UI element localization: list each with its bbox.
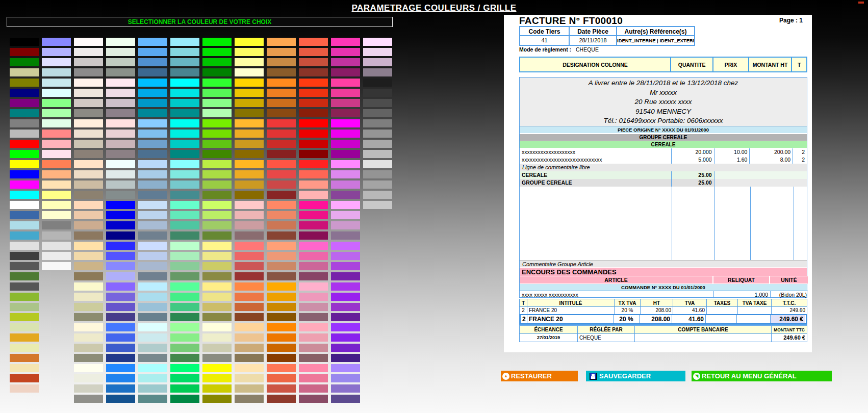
- color-swatch[interactable]: [138, 384, 167, 393]
- color-swatch[interactable]: [331, 130, 360, 138]
- color-swatch[interactable]: [299, 191, 328, 199]
- color-swatch[interactable]: [74, 160, 103, 168]
- color-swatch[interactable]: [202, 313, 232, 321]
- color-swatch[interactable]: [331, 303, 360, 311]
- color-swatch[interactable]: [138, 272, 167, 280]
- color-swatch[interactable]: [235, 58, 264, 66]
- color-swatch[interactable]: [235, 282, 264, 291]
- color-swatch[interactable]: [42, 170, 71, 178]
- color-swatch[interactable]: [138, 221, 167, 229]
- restore-button[interactable]: ▲ RESTAURER: [501, 371, 578, 381]
- color-swatch[interactable]: [170, 242, 199, 250]
- color-swatch[interactable]: [202, 180, 232, 189]
- color-swatch[interactable]: [267, 170, 296, 178]
- color-swatch[interactable]: [299, 282, 328, 291]
- color-swatch[interactable]: [299, 293, 328, 301]
- color-swatch[interactable]: [106, 313, 135, 321]
- color-swatch[interactable]: [10, 364, 39, 372]
- color-swatch[interactable]: [74, 89, 103, 97]
- color-swatch[interactable]: [10, 221, 39, 229]
- color-swatch[interactable]: [42, 48, 71, 56]
- color-swatch[interactable]: [235, 221, 264, 229]
- color-swatch[interactable]: [74, 58, 103, 66]
- color-swatch[interactable]: [235, 323, 264, 331]
- color-swatch[interactable]: [299, 140, 328, 148]
- color-swatch[interactable]: [106, 323, 135, 331]
- color-swatch[interactable]: [267, 38, 296, 46]
- color-swatch[interactable]: [74, 79, 103, 87]
- color-swatch[interactable]: [138, 374, 167, 382]
- color-swatch[interactable]: [138, 333, 167, 342]
- color-swatch[interactable]: [10, 201, 39, 209]
- color-swatch[interactable]: [202, 140, 232, 148]
- color-swatch[interactable]: [202, 282, 232, 291]
- color-swatch[interactable]: [74, 303, 103, 311]
- color-swatch[interactable]: [235, 262, 264, 270]
- color-swatch[interactable]: [106, 293, 135, 301]
- color-swatch[interactable]: [331, 150, 360, 158]
- color-swatch[interactable]: [235, 140, 264, 148]
- color-swatch[interactable]: [299, 303, 328, 311]
- color-swatch[interactable]: [74, 48, 103, 56]
- color-swatch[interactable]: [267, 374, 296, 382]
- color-swatch[interactable]: [363, 180, 392, 189]
- color-swatch[interactable]: [235, 384, 264, 393]
- color-swatch[interactable]: [10, 384, 39, 393]
- color-swatch[interactable]: [235, 68, 264, 76]
- color-swatch[interactable]: [331, 313, 360, 321]
- color-swatch[interactable]: [170, 231, 199, 240]
- color-swatch[interactable]: [10, 48, 39, 56]
- color-swatch[interactable]: [170, 191, 199, 199]
- color-swatch[interactable]: [106, 344, 135, 352]
- color-swatch[interactable]: [106, 395, 135, 403]
- color-swatch[interactable]: [202, 303, 232, 311]
- color-swatch[interactable]: [331, 344, 360, 352]
- color-swatch[interactable]: [267, 130, 296, 138]
- color-swatch[interactable]: [267, 180, 296, 189]
- color-swatch[interactable]: [10, 99, 39, 107]
- color-swatch[interactable]: [202, 344, 232, 352]
- color-swatch[interactable]: [235, 303, 264, 311]
- color-swatch[interactable]: [267, 231, 296, 240]
- color-swatch[interactable]: [10, 344, 39, 352]
- color-swatch[interactable]: [10, 58, 39, 66]
- color-swatch[interactable]: [202, 242, 232, 250]
- color-swatch[interactable]: [331, 160, 360, 168]
- color-swatch[interactable]: [42, 130, 71, 138]
- color-swatch[interactable]: [331, 221, 360, 229]
- color-swatch[interactable]: [106, 231, 135, 240]
- color-swatch[interactable]: [202, 395, 232, 403]
- color-swatch[interactable]: [331, 58, 360, 66]
- color-swatch[interactable]: [299, 89, 328, 97]
- color-swatch[interactable]: [138, 242, 167, 250]
- color-swatch[interactable]: [106, 160, 135, 168]
- color-swatch[interactable]: [299, 262, 328, 270]
- color-swatch[interactable]: [299, 354, 328, 362]
- color-swatch[interactable]: [299, 180, 328, 189]
- color-swatch[interactable]: [267, 354, 296, 362]
- color-swatch[interactable]: [363, 58, 392, 66]
- color-swatch[interactable]: [235, 48, 264, 56]
- color-swatch[interactable]: [363, 140, 392, 148]
- color-swatch[interactable]: [138, 48, 167, 56]
- color-swatch[interactable]: [331, 79, 360, 87]
- color-swatch[interactable]: [10, 272, 39, 280]
- color-swatch[interactable]: [42, 262, 71, 270]
- color-swatch[interactable]: [42, 58, 71, 66]
- color-swatch[interactable]: [74, 323, 103, 331]
- color-swatch[interactable]: [138, 119, 167, 127]
- color-swatch[interactable]: [106, 68, 135, 76]
- color-swatch[interactable]: [299, 170, 328, 178]
- color-swatch[interactable]: [106, 38, 135, 46]
- color-swatch[interactable]: [42, 38, 71, 46]
- color-swatch[interactable]: [235, 272, 264, 280]
- color-swatch[interactable]: [170, 262, 199, 270]
- color-swatch[interactable]: [235, 211, 264, 219]
- color-swatch[interactable]: [202, 293, 232, 301]
- color-swatch[interactable]: [74, 119, 103, 127]
- color-swatch[interactable]: [106, 89, 135, 97]
- color-swatch[interactable]: [74, 191, 103, 199]
- color-swatch[interactable]: [202, 262, 232, 270]
- color-swatch[interactable]: [138, 201, 167, 209]
- color-swatch[interactable]: [10, 262, 39, 270]
